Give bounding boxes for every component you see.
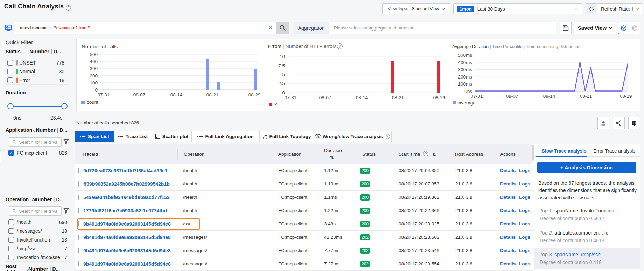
svg-text:100: 100: [90, 80, 98, 86]
svg-text:08-14: 08-14: [356, 95, 368, 100]
svg-text:500: 500: [90, 52, 98, 57]
svg-text:Avgerage Duration | Time Perce: Avgerage Duration | Time Percentile | Ti…: [452, 44, 581, 49]
svg-text:2: 2: [274, 102, 277, 107]
svg-text:08-14: 08-14: [170, 92, 183, 97]
svg-text:07-31: 07-31: [98, 92, 110, 97]
svg-text:400ms: 400ms: [458, 60, 472, 65]
svg-text:07-31: 07-31: [285, 95, 297, 100]
svg-text:100ms: 100ms: [458, 81, 472, 87]
svg-text:count: count: [87, 100, 98, 105]
svg-text:08-29: 08-29: [433, 95, 446, 100]
svg-text:Errors | Number of HTTP errors: Errors | Number of HTTP errors: [268, 43, 337, 49]
svg-text:500ms: 500ms: [458, 53, 472, 58]
svg-text:08-21: 08-21: [580, 94, 592, 99]
svg-text:07-31: 07-31: [471, 94, 483, 99]
svg-text:5: 5: [282, 72, 285, 77]
svg-text:08-21: 08-21: [392, 95, 404, 100]
svg-text:400: 400: [90, 59, 98, 64]
svg-text:7.5: 7.5: [278, 63, 285, 68]
svg-text:08-29: 08-29: [620, 94, 632, 99]
svg-text:200: 200: [90, 73, 98, 79]
svg-text:2.5: 2.5: [278, 81, 285, 86]
svg-text:Number of calls: Number of calls: [82, 43, 118, 49]
svg-text:08-07: 08-07: [506, 94, 518, 99]
svg-text:0: 0: [95, 87, 98, 93]
svg-text:300ms: 300ms: [458, 67, 472, 72]
svg-text:0ns: 0ns: [464, 89, 472, 94]
svg-text:08-21: 08-21: [206, 92, 219, 97]
svg-text:08-07: 08-07: [133, 92, 146, 97]
svg-text:300: 300: [90, 66, 98, 71]
svg-text:08-29: 08-29: [248, 92, 261, 97]
svg-text:0: 0: [282, 90, 285, 95]
svg-text:08-07: 08-07: [319, 95, 331, 100]
svg-text:10: 10: [280, 54, 285, 59]
svg-text:?: ?: [339, 45, 341, 48]
svg-text:200ms: 200ms: [458, 74, 472, 80]
svg-text:08-14: 08-14: [543, 94, 555, 99]
svg-text:average: average: [458, 100, 476, 106]
